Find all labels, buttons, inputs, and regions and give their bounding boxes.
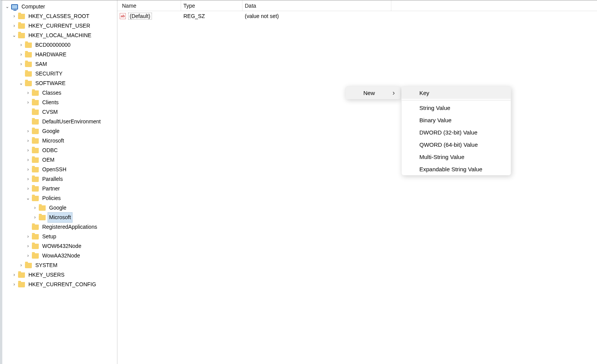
- tree-label: OpenSSH: [41, 165, 68, 174]
- expand-toggle-icon[interactable]: ›: [32, 205, 38, 211]
- tree-label: Setup: [41, 232, 58, 241]
- tree-node-hkcc[interactable]: ›HKEY_CURRENT_CONFIG: [12, 280, 117, 289]
- expand-toggle-icon[interactable]: ›: [25, 138, 31, 144]
- folder-icon: [32, 119, 39, 125]
- tree-label: SAM: [34, 59, 48, 69]
- expand-toggle-icon[interactable]: ›: [18, 263, 24, 268]
- tree-label: SYSTEM: [34, 261, 59, 270]
- expand-toggle-icon[interactable]: ›: [25, 129, 31, 134]
- tree-node-microsoft[interactable]: ›Microsoft: [25, 136, 117, 146]
- menu-item-label: Expandable String Value: [419, 166, 482, 172]
- tree-node-openssh[interactable]: ›OpenSSH: [25, 165, 117, 174]
- expand-toggle-icon[interactable]: ›: [25, 90, 31, 96]
- expand-toggle-icon[interactable]: ⌄: [5, 4, 10, 10]
- expand-toggle-icon[interactable]: ⌄: [12, 33, 17, 38]
- tree-node-clients[interactable]: ›Clients: [25, 98, 117, 107]
- tree-node-oem[interactable]: ›OEM: [25, 155, 117, 165]
- tree-label: HKEY_USERS: [27, 270, 66, 280]
- folder-icon: [18, 33, 25, 38]
- expand-toggle-icon[interactable]: ›: [18, 62, 24, 67]
- expand-toggle-icon[interactable]: ›: [25, 186, 31, 192]
- menu-item-multistring-value[interactable]: Multi-String Value: [402, 151, 511, 163]
- expand-toggle-icon[interactable]: ›: [12, 14, 17, 19]
- tree-pane[interactable]: ⌄ Computer ›HKEY_CLASSES_ROOT ›HKEY_CURR…: [2, 0, 117, 364]
- tree-node-policies-microsoft[interactable]: ›Microsoft: [32, 213, 117, 222]
- expand-toggle-icon[interactable]: ›: [25, 177, 31, 182]
- tree-node-wowaa32[interactable]: ›WowAA32Node: [25, 251, 117, 261]
- tree-node-parallels[interactable]: ›Parallels: [25, 174, 117, 184]
- folder-icon: [32, 167, 39, 172]
- menu-item-expandstring-value[interactable]: Expandable String Value: [402, 163, 511, 175]
- folder-icon: [25, 71, 32, 77]
- expand-toggle-icon[interactable]: ›: [25, 157, 31, 163]
- column-header-name[interactable]: Name: [120, 0, 181, 11]
- tree-label: Classes: [41, 88, 63, 98]
- expand-toggle-icon[interactable]: ›: [32, 215, 38, 220]
- expand-toggle-icon[interactable]: ›: [18, 52, 24, 57]
- tree-label: CVSM: [41, 107, 59, 117]
- tree-node-hklm[interactable]: ⌄HKEY_LOCAL_MACHINE: [12, 31, 117, 40]
- tree-label: HKEY_LOCAL_MACHINE: [27, 31, 93, 40]
- menu-item-label: DWORD (32-bit) Value: [419, 129, 477, 136]
- expand-toggle-icon[interactable]: ›: [25, 244, 31, 249]
- expand-toggle-icon[interactable]: ›: [12, 272, 17, 278]
- tree-node-defaultuserenv[interactable]: ·DefaultUserEnvironment: [25, 117, 117, 126]
- expand-toggle-icon[interactable]: ⌄: [18, 81, 24, 86]
- tree-label: Parallels: [41, 174, 64, 184]
- expand-toggle-icon[interactable]: ›: [18, 43, 24, 48]
- column-header-data[interactable]: Data: [242, 0, 391, 11]
- value-row-default[interactable]: ab (Default) REG_SZ (value not set): [117, 11, 597, 21]
- menu-item-new[interactable]: New: [346, 87, 400, 99]
- folder-icon: [18, 272, 25, 278]
- menu-item-qword-value[interactable]: QWORD (64-bit) Value: [402, 138, 511, 151]
- tree-node-google[interactable]: ›Google: [25, 126, 117, 136]
- tree-node-hkcr[interactable]: ›HKEY_CLASSES_ROOT: [12, 11, 117, 21]
- tree-node-partner[interactable]: ›Partner: [25, 184, 117, 193]
- menu-item-string-value[interactable]: String Value: [402, 102, 511, 114]
- tree-label: HKEY_CURRENT_CONFIG: [27, 280, 98, 289]
- column-header-type[interactable]: Type: [181, 0, 242, 11]
- tree-node-setup[interactable]: ›Setup: [25, 232, 117, 241]
- tree-node-wow6432[interactable]: ›WOW6432Node: [25, 241, 117, 251]
- tree-node-hardware[interactable]: ›HARDWARE: [18, 50, 117, 59]
- menu-separator: [402, 100, 511, 100]
- expand-toggle-icon[interactable]: ›: [12, 23, 17, 29]
- tree-label: OEM: [41, 155, 56, 165]
- menu-item-label: Key: [419, 90, 429, 96]
- tree-node-cvsm[interactable]: ·CVSM: [25, 107, 117, 117]
- tree-node-security[interactable]: ·SECURITY: [18, 69, 117, 79]
- menu-item-key[interactable]: Key: [402, 87, 511, 99]
- folder-icon: [25, 81, 32, 86]
- menu-item-binary-value[interactable]: Binary Value: [402, 114, 511, 126]
- values-pane[interactable]: Name Type Data ab (Default) REG_SZ (valu…: [117, 0, 597, 364]
- tree-node-software[interactable]: ⌄SOFTWARE: [18, 79, 117, 88]
- tree-label: Computer: [20, 2, 46, 11]
- folder-icon: [39, 205, 46, 211]
- tree-node-policies-google[interactable]: ›Google: [32, 203, 117, 213]
- tree-node-classes[interactable]: ›Classes: [25, 88, 117, 98]
- tree-node-policies[interactable]: ⌄Policies: [25, 193, 117, 203]
- context-menu: New: [345, 86, 401, 99]
- expand-toggle-icon[interactable]: ›: [25, 234, 31, 239]
- folder-icon: [25, 52, 32, 57]
- menu-item-label: Binary Value: [419, 117, 452, 123]
- expand-toggle-icon[interactable]: ›: [25, 253, 31, 259]
- expand-toggle-icon[interactable]: ›: [25, 100, 31, 105]
- expand-toggle-icon[interactable]: ⌄: [25, 196, 31, 201]
- tree-node-bcd[interactable]: ›BCD00000000: [18, 40, 117, 50]
- tree-node-registeredapps[interactable]: ·RegisteredApplications: [25, 222, 117, 232]
- expand-toggle-icon[interactable]: ›: [12, 282, 17, 287]
- menu-item-label: Multi-String Value: [419, 154, 464, 160]
- tree-node-sam[interactable]: ›SAM: [18, 59, 117, 69]
- tree-label: ODBC: [41, 146, 59, 155]
- tree-label: BCD00000000: [34, 40, 72, 50]
- tree-node-odbc[interactable]: ›ODBC: [25, 146, 117, 155]
- expand-toggle-icon[interactable]: ›: [25, 148, 31, 153]
- menu-item-dword-value[interactable]: DWORD (32-bit) Value: [402, 126, 511, 138]
- tree-node-hkcu[interactable]: ›HKEY_CURRENT_USER: [12, 21, 117, 31]
- expand-toggle-icon[interactable]: ›: [25, 167, 31, 172]
- folder-icon: [25, 62, 32, 67]
- tree-node-system[interactable]: ›SYSTEM: [18, 261, 117, 270]
- tree-node-computer[interactable]: ⌄ Computer: [5, 2, 117, 11]
- tree-node-hku[interactable]: ›HKEY_USERS: [12, 270, 117, 280]
